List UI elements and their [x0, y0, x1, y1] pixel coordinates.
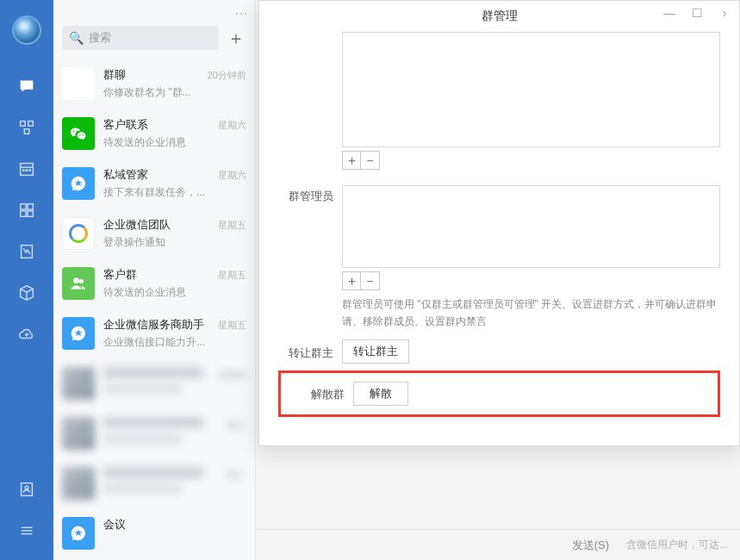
modal-title: 群管理	[482, 9, 518, 24]
conversation-column: ⋯ 🔍 搜索 ＋ 群聊20分钟前你修改群名为 "群...客户联系星期六待发送的企…	[53, 0, 256, 560]
svg-rect-0	[21, 121, 26, 127]
conversation-subtitle	[103, 484, 182, 494]
conversation-subtitle: 你修改群名为 "群...	[103, 85, 246, 100]
group-admin-box[interactable]	[342, 185, 720, 268]
svg-point-7	[29, 170, 30, 171]
admin-add-button[interactable]: ＋	[342, 271, 361, 290]
left-nav-rail	[0, 0, 53, 560]
conversation-time: 星期五	[218, 219, 246, 232]
compose-bottom-bar: 发送(S) 含微信用户时，可达...	[256, 529, 740, 560]
conversation-item[interactable]: 企业微信团队星期五登录操作通知	[53, 208, 255, 258]
group-manage-modal: 群管理 — ☐ › ＋ － 群管理员 ＋ －	[258, 0, 740, 446]
conversation-item[interactable]: 会议	[53, 508, 255, 558]
svg-rect-10	[21, 211, 26, 216]
conversation-item[interactable]: 期二	[53, 458, 255, 508]
conversation-item[interactable]: 私域管家星期六接下来有群发任务，...	[53, 159, 255, 208]
maximize-icon[interactable]: ☐	[686, 4, 708, 22]
admin-remove-button[interactable]: －	[361, 271, 380, 290]
group-owner-box[interactable]	[342, 32, 720, 147]
docs-icon[interactable]	[16, 241, 37, 262]
conversation-title: 企业微信服务商助手	[103, 317, 204, 333]
conversation-item[interactable]: 群聊20分钟前你修改群名为 "群...	[53, 59, 255, 109]
conversation-title: 私域管家	[103, 167, 148, 183]
conversation-time: 期三	[227, 419, 246, 432]
conversation-title: 会议	[103, 517, 126, 532]
conversation-item[interactable]: 客户联系星期六待发送的企业消息	[53, 109, 255, 159]
svg-point-5	[23, 170, 24, 171]
conversation-subtitle: 待发送的企业消息	[103, 285, 246, 300]
conversation-title	[103, 417, 203, 428]
conversation-subtitle: 接下来有群发任务，...	[103, 185, 246, 200]
svg-rect-8	[21, 204, 26, 209]
box-icon[interactable]	[16, 283, 37, 303]
conversation-subtitle: 待发送的企业消息	[103, 135, 246, 150]
contacts-icon[interactable]	[16, 479, 37, 500]
conversation-subtitle: 登录操作通知	[103, 235, 246, 250]
conversation-title	[103, 467, 203, 478]
conversation-list: 群聊20分钟前你修改群名为 "群...客户联系星期六待发送的企业消息私域管家星期…	[53, 59, 255, 560]
owner-add-button[interactable]: ＋	[342, 151, 361, 170]
conversation-time: 期二	[227, 469, 246, 482]
add-button[interactable]: ＋	[226, 28, 246, 48]
conversation-time: 星期六	[218, 169, 246, 182]
svg-rect-9	[28, 204, 33, 209]
search-placeholder: 搜索	[89, 30, 212, 46]
admin-label: 群管理员	[278, 185, 342, 331]
conversation-subtitle: 企业微信接口能力升...	[103, 335, 246, 350]
svg-rect-11	[28, 211, 33, 216]
close-icon[interactable]: ›	[713, 4, 736, 22]
conversation-title: 客户群	[103, 267, 137, 283]
cloud-icon[interactable]	[16, 324, 37, 345]
admin-description: 群管理员可使用 "仅群主或群管理员可管理" 开关、设置进群方式，并可确认进群申请…	[342, 296, 720, 331]
conversation-time: 星期五	[218, 269, 246, 282]
owner-remove-button[interactable]: －	[361, 151, 380, 170]
apps-icon[interactable]	[16, 117, 37, 138]
column-more-icon[interactable]: ⋯	[234, 5, 250, 22]
grid-icon[interactable]	[16, 200, 37, 221]
menu-icon[interactable]	[16, 520, 37, 541]
chat-tab-icon[interactable]	[16, 76, 37, 96]
conversation-title: 企业微信团队	[103, 217, 171, 233]
search-icon: 🔍	[69, 31, 84, 45]
user-avatar[interactable]	[12, 16, 41, 45]
conversation-subtitle	[103, 434, 182, 444]
calendar-icon[interactable]	[16, 159, 37, 179]
dismiss-group-button[interactable]: 解散	[353, 382, 408, 406]
search-input[interactable]: 🔍 搜索	[62, 26, 219, 50]
svg-point-14	[25, 486, 28, 489]
conversation-time: 星期五	[218, 319, 246, 332]
svg-rect-1	[28, 121, 34, 127]
transfer-owner-button[interactable]: 转让群主	[342, 339, 409, 364]
conversation-item[interactable]: 客户群星期五待发送的企业消息	[53, 258, 255, 308]
svg-point-6	[26, 170, 27, 171]
dismiss-highlight: 解散群 解散	[278, 370, 720, 417]
conversation-item[interactable]: 期三	[53, 408, 255, 458]
conversation-subtitle	[103, 384, 182, 394]
dismiss-label: 解散群	[281, 385, 353, 402]
send-button[interactable]: 发送(S)	[572, 538, 609, 553]
conversation-time: 星期四	[218, 369, 246, 382]
conversation-title: 客户联系	[103, 117, 148, 133]
bottom-hint: 含微信用户时，可达...	[626, 538, 728, 552]
conversation-time: 星期六	[218, 119, 246, 132]
transfer-label: 转让群主	[278, 342, 342, 361]
modal-header: 群管理 — ☐ ›	[259, 1, 739, 32]
svg-rect-2	[24, 129, 29, 134]
conversation-item[interactable]: 企业微信服务商助手星期五企业微信接口能力升...	[53, 308, 255, 358]
conversation-item[interactable]: 星期四	[53, 358, 255, 408]
conversation-time: 20分钟前	[208, 69, 246, 82]
minimize-icon[interactable]: —	[658, 4, 681, 22]
conversation-title	[103, 367, 203, 378]
conversation-title: 群聊	[103, 67, 126, 83]
